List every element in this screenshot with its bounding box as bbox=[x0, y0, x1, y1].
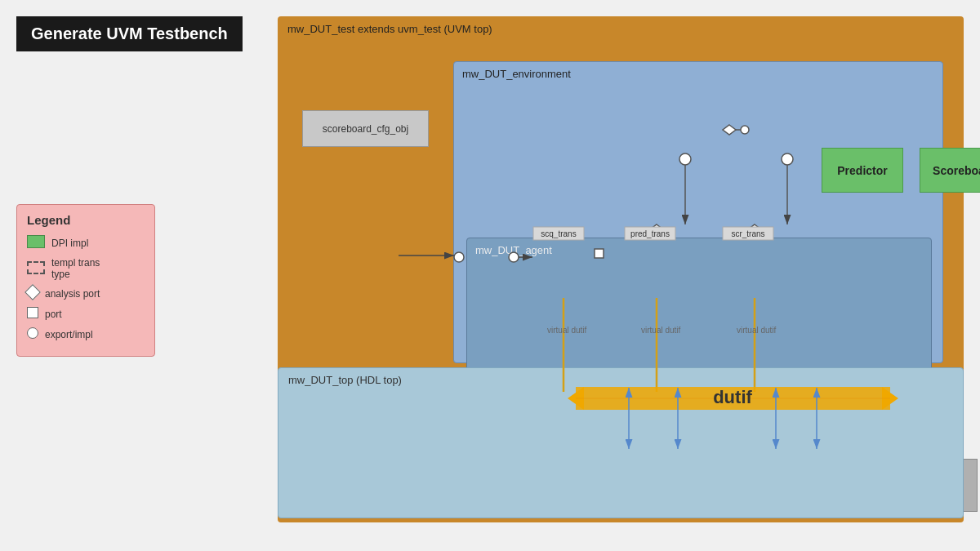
legend-item-dpi: DPI impl bbox=[27, 235, 145, 251]
legend-templ-label: templ transtype bbox=[51, 257, 100, 280]
hdl-label: mw_DUT_top (HDL top) bbox=[288, 374, 402, 386]
legend-item-analysis: analysis port bbox=[27, 287, 145, 300]
legend-item-export: export/impl bbox=[27, 327, 145, 341]
legend-diamond-icon bbox=[24, 284, 41, 300]
agent-label: mw_DUT_agent bbox=[475, 244, 552, 256]
legend-port-label: port bbox=[45, 309, 62, 320]
env-box: mw_DUT_environment Predictor Scoreboard … bbox=[453, 61, 943, 363]
env-label: mw_DUT_environment bbox=[462, 68, 571, 80]
scoreboard-label: Scoreboard bbox=[933, 164, 980, 177]
scoreboard-box: Scoreboard bbox=[920, 148, 980, 193]
legend-title: Legend bbox=[27, 213, 145, 227]
legend-green-icon bbox=[27, 235, 45, 248]
predictor-label: Predictor bbox=[837, 164, 887, 177]
legend-panel: Legend DPI impl templ transtype analysis… bbox=[16, 204, 155, 357]
legend-square-icon bbox=[27, 307, 38, 318]
predictor-box: Predictor bbox=[822, 148, 903, 193]
uvm-test-label: mw_DUT_test extends uvm_test (UVM top) bbox=[287, 23, 492, 35]
legend-analysis-label: analysis port bbox=[45, 288, 100, 300]
legend-item-port: port bbox=[27, 307, 145, 321]
hdl-top-container: mw_DUT_top (HDL top) run_test() clk, rst… bbox=[278, 367, 964, 518]
scb-cfg-label: scoreboard_cfg_obj bbox=[323, 123, 408, 135]
legend-export-label: export/impl bbox=[45, 329, 93, 340]
title-box: Generate UVM Testbench bbox=[16, 16, 243, 51]
diagram-area: mw_DUT_test extends uvm_test (UVM top) m… bbox=[278, 16, 964, 535]
agent-box: mw_DUT_agent seq_trans mw_DUT_sequence S… bbox=[466, 238, 932, 372]
legend-circle-icon bbox=[27, 327, 38, 339]
legend-item-templ: templ transtype bbox=[27, 257, 145, 280]
scb-cfg-box: scoreboard_cfg_obj bbox=[302, 110, 429, 147]
legend-dashed-icon bbox=[27, 261, 45, 274]
title-text: Generate UVM Testbench bbox=[31, 24, 228, 42]
legend-dpi-label: DPI impl bbox=[51, 238, 88, 249]
